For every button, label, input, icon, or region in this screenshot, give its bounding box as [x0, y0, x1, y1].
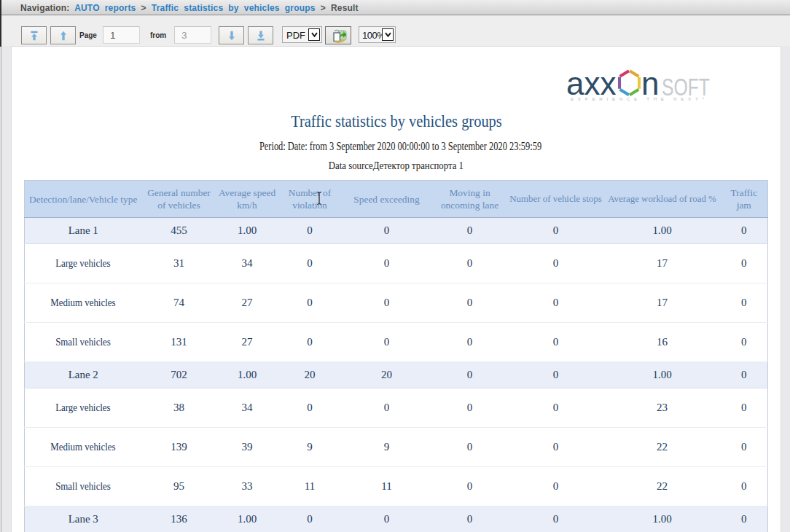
- svg-text:EXPERIENCE THE NEXT*: EXPERIENCE THE NEXT*: [571, 96, 708, 101]
